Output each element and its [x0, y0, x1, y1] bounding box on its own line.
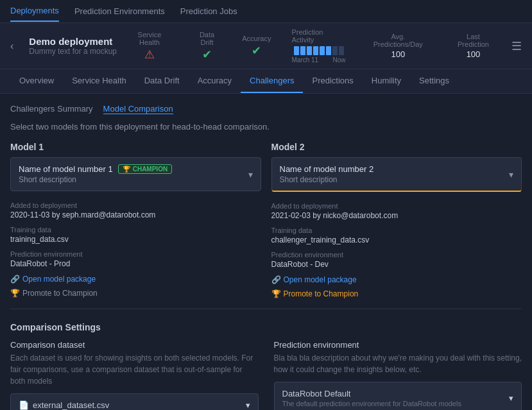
- model2-name: Name of model number 2: [280, 164, 374, 174]
- model2-training-row: Training data challenger_training_data.c…: [271, 226, 522, 244]
- model1-predenv-row: Prediction environment DataRobot - Prod: [10, 250, 261, 268]
- tab-service-health[interactable]: Service Health: [63, 69, 135, 93]
- model2-added-row: Added to deployment 2021-02-03 by nicko@…: [271, 202, 522, 220]
- model2-added-label: Added to deployment: [271, 202, 522, 210]
- deployment-title: Demo deployment Dummy text for a mockup: [29, 36, 117, 56]
- model1-selector[interactable]: Name of model number 1 🏆 CHAMPION Short …: [10, 157, 261, 191]
- page-content: Challengers Summary Model Comparison Sel…: [0, 94, 532, 410]
- prediction-activity-label: Prediction Activity: [291, 28, 345, 44]
- challengers-subnav: Challengers Summary Model Comparison: [10, 104, 522, 114]
- date-start: March 11: [291, 56, 318, 64]
- trophy-icon: 🏆: [123, 166, 130, 173]
- data-drift-label: Data Drift: [193, 31, 221, 46]
- last-prediction-value: 100: [450, 49, 496, 59]
- tab-settings[interactable]: Settings: [410, 69, 458, 93]
- model1-champion-badge: 🏆 CHAMPION: [118, 164, 172, 174]
- model1-predenv-label: Prediction environment: [10, 250, 261, 258]
- env-selector[interactable]: DataRobot Default The default prediction…: [274, 382, 522, 410]
- model2-training-value: challenger_training_data.csv: [271, 235, 522, 244]
- challengers-summary-link[interactable]: Challengers Summary: [10, 104, 93, 114]
- header-metrics: Service Health ⚠ Data Drift ✔ Accuracy ✔…: [127, 28, 496, 64]
- pred-env-desc: Bla bla bla description about why we're …: [274, 352, 522, 375]
- accuracy-icon: ✔: [242, 44, 271, 58]
- model1-selector-left: Name of model number 1 🏆 CHAMPION Short …: [19, 164, 248, 184]
- model1-open-link[interactable]: 🔗 Open model package: [10, 275, 261, 284]
- deployment-subtitle: Dummy text for a mockup: [29, 47, 117, 56]
- model2-predenv-label: Prediction environment: [271, 251, 522, 259]
- link-icon-2: 🔗: [271, 275, 281, 284]
- bar-4: [313, 46, 318, 55]
- model2-column: Model 2 Name of model number 2 Short des…: [271, 142, 522, 301]
- model2-open-label: Open model package: [284, 275, 357, 284]
- model2-open-link[interactable]: 🔗 Open model package: [271, 275, 522, 284]
- bar-3: [307, 46, 312, 55]
- dataset-name: 📄 external_dataset.csv: [19, 400, 109, 410]
- model2-promote-link[interactable]: 🏆 Promote to Champion: [271, 289, 522, 298]
- env-subdesc: The default prediction environment for D…: [282, 400, 461, 407]
- model1-title: Model 1: [10, 142, 261, 152]
- model1-details: Added to deployment 2020-11-03 by seph.m…: [10, 199, 261, 300]
- service-health-label: Service Health: [127, 31, 172, 46]
- trophy-icon-1: 🏆: [10, 289, 20, 298]
- model2-chevron-icon: ▾: [509, 169, 513, 180]
- model-comparison-columns: Model 1 Name of model number 1 🏆 CHAMPIO…: [10, 142, 522, 301]
- prediction-activity-dates: March 11 Now: [291, 56, 345, 64]
- divider-1: [10, 309, 522, 309]
- model2-selector[interactable]: Name of model number 2 Short description…: [271, 157, 522, 192]
- nav-deployments[interactable]: Deployments: [10, 1, 59, 22]
- bar-1: [294, 46, 299, 55]
- nav-prediction-environments[interactable]: Prediction Environments: [74, 1, 165, 21]
- nav-prediction-jobs[interactable]: Prediction Jobs: [180, 1, 237, 21]
- tab-predictions[interactable]: Predictions: [303, 69, 362, 93]
- deployment-name: Demo deployment: [29, 36, 117, 47]
- dataset-label: Comparison dataset: [10, 340, 259, 350]
- link-icon-1: 🔗: [10, 275, 20, 284]
- bar-2: [300, 46, 305, 55]
- data-drift-metric: Data Drift ✔: [193, 31, 221, 62]
- model2-selector-header[interactable]: Name of model number 2 Short description…: [272, 158, 522, 191]
- date-end: Now: [333, 56, 346, 64]
- model2-selector-left: Name of model number 2 Short description: [280, 164, 510, 184]
- service-health-icon: ⚠: [127, 47, 172, 62]
- model1-promote-label: Promote to Champion: [22, 289, 98, 298]
- back-button[interactable]: ‹: [10, 40, 13, 52]
- bar-7: [332, 46, 338, 55]
- tab-challengers[interactable]: Challengers: [241, 69, 303, 93]
- service-health-metric: Service Health ⚠: [127, 31, 172, 62]
- avg-predictions-metric: Avg. Predictions/Day 100: [366, 33, 430, 59]
- champion-label: CHAMPION: [133, 166, 167, 173]
- hamburger-menu[interactable]: ☰: [511, 39, 522, 53]
- file-icon: 📄: [19, 400, 29, 410]
- model1-selector-header[interactable]: Name of model number 1 🏆 CHAMPION Short …: [11, 158, 261, 191]
- avg-predictions-value: 100: [366, 49, 430, 59]
- avg-predictions-label: Avg. Predictions/Day: [366, 33, 430, 48]
- model2-predenv-value: DataRobot - Dev: [271, 260, 522, 269]
- model2-promote-label: Promote to Champion: [284, 289, 359, 298]
- model2-description: Short description: [280, 175, 510, 184]
- comparison-subtitle: Select two models from this deployment f…: [10, 122, 522, 132]
- prediction-activity-bars: [294, 46, 344, 55]
- tab-data-drift[interactable]: Data Drift: [135, 69, 189, 93]
- env-selector-left: DataRobot Default The default prediction…: [282, 389, 461, 407]
- prediction-activity-metric: Prediction Activity March 11 Now: [291, 28, 345, 64]
- dataset-selector[interactable]: 📄 external_dataset.csv ▾: [10, 393, 259, 410]
- tab-overview[interactable]: Overview: [10, 69, 63, 93]
- tab-humility[interactable]: Humility: [363, 69, 410, 93]
- tab-accuracy[interactable]: Accuracy: [189, 69, 241, 93]
- model-comparison-link[interactable]: Model Comparison: [103, 104, 173, 114]
- top-nav: Deployments Prediction Environments Pred…: [0, 0, 532, 23]
- comparison-settings-title: Comparison Settings: [10, 322, 522, 332]
- model1-open-label: Open model package: [22, 275, 96, 284]
- prediction-env-column: Prediction environment Bla bla bla descr…: [274, 340, 522, 410]
- deployment-header: ‹ Demo deployment Dummy text for a mocku…: [0, 23, 532, 69]
- settings-columns: Comparison dataset Each dataset is used …: [10, 340, 522, 410]
- dataset-chevron-icon: ▾: [246, 400, 250, 410]
- model1-added-label: Added to deployment: [10, 201, 261, 209]
- model1-predenv-value: DataRobot - Prod: [10, 259, 261, 268]
- model1-name: Name of model number 1: [19, 164, 113, 174]
- model2-title: Model 2: [271, 142, 522, 152]
- model1-description: Short description: [19, 175, 248, 184]
- model2-predenv-row: Prediction environment DataRobot - Dev: [271, 251, 522, 269]
- last-prediction-metric: Last Prediction 100: [450, 33, 496, 59]
- last-prediction-label: Last Prediction: [450, 33, 496, 48]
